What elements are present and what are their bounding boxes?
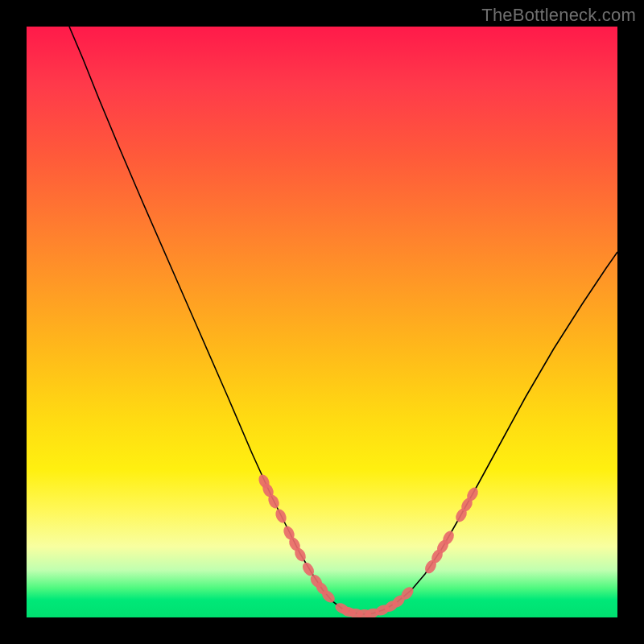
chart-frame: TheBottleneck.com (0, 0, 644, 644)
curve-markers (257, 473, 481, 617)
plot-area (27, 27, 617, 617)
bottleneck-curve (69, 27, 617, 614)
marker-point (274, 507, 289, 524)
watermark-text: TheBottleneck.com (481, 5, 636, 26)
chart-svg (27, 27, 617, 617)
